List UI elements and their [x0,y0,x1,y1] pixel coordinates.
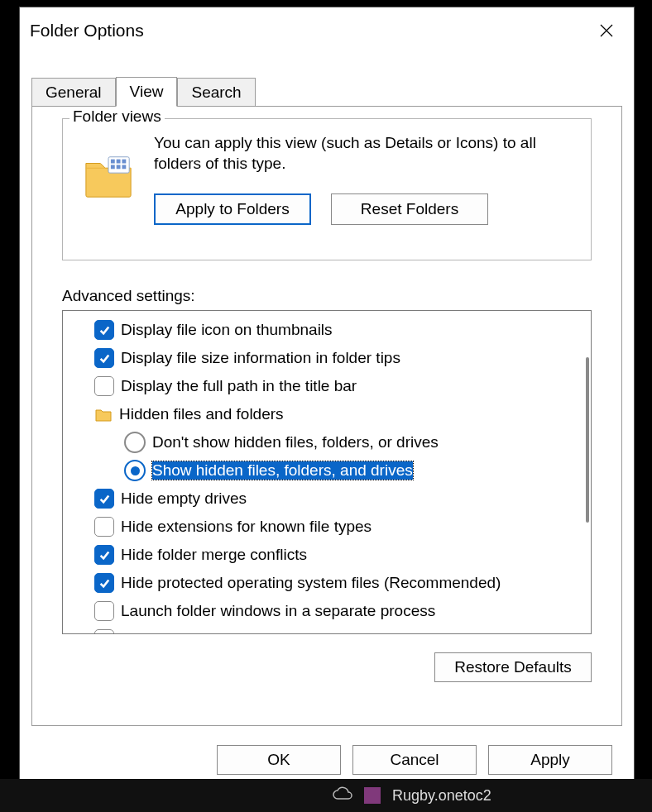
advanced-item-6[interactable]: Hide empty drives [94,485,587,513]
checkbox-icon[interactable] [94,348,114,368]
folder-views-group: Folder views You can apply this view (su… [62,118,592,260]
advanced-item-11[interactable]: Restore previous folder windows at logon [94,625,587,634]
cancel-button[interactable]: Cancel [352,745,477,775]
scrollbar[interactable] [578,314,589,630]
svg-rect-8 [122,165,126,169]
cloud-icon[interactable] [331,786,352,806]
advanced-item-4[interactable]: Don't show hidden files, folders, or dri… [124,428,587,456]
advanced-item-2[interactable]: Display the full path in the title bar [94,372,587,400]
ok-button[interactable]: OK [217,745,341,775]
folder-views-text: You can apply this view (such as Details… [154,132,576,174]
advanced-item-1[interactable]: Display file size information in folder … [94,344,587,372]
checkbox-icon[interactable] [94,376,114,396]
reset-folders-button[interactable]: Reset Folders [331,193,488,225]
advanced-item-label: Hidden files and folders [119,405,284,423]
taskbar: Rugby.onetoc2 [0,779,652,812]
scrollbar-thumb[interactable] [586,357,589,523]
svg-rect-7 [117,165,121,169]
apply-button[interactable]: Apply [488,745,612,775]
close-icon [599,23,614,38]
folder-options-dialog: Folder Options General View Search Folde… [19,7,635,786]
taskbar-filename: Rugby.onetoc2 [392,787,491,805]
advanced-item-label: Display file size information in folder … [121,349,400,367]
advanced-item-7[interactable]: Hide extensions for known file types [94,513,587,541]
checkbox-icon[interactable] [94,489,114,509]
checkbox-icon[interactable] [94,517,114,537]
advanced-item-label: Display file icon on thumbnails [121,321,333,339]
advanced-settings-list[interactable]: Display file icon on thumbnailsDisplay f… [62,310,592,634]
advanced-item-label: Display the full path in the title bar [121,377,357,395]
checkbox-icon[interactable] [94,545,114,565]
advanced-item-3[interactable]: Hidden files and folders [94,400,587,428]
advanced-item-label: Don't show hidden files, folders, or dri… [152,433,439,451]
folder-icon [83,150,134,202]
titlebar: Folder Options [20,7,634,49]
folder-views-legend: Folder views [70,107,165,126]
advanced-item-9[interactable]: Hide protected operating system files (R… [94,569,587,597]
folder-icon [94,406,113,423]
tabstrip: General View Search [31,74,622,106]
advanced-item-label: Hide empty drives [121,490,247,508]
tab-search[interactable]: Search [177,78,255,107]
advanced-item-label: Hide extensions for known file types [121,518,372,536]
advanced-item-label: Launch folder windows in a separate proc… [121,602,435,620]
checkbox-icon[interactable] [94,601,114,621]
advanced-item-label: Show hidden files, folders, and drives [152,461,413,480]
svg-rect-4 [117,160,121,164]
advanced-item-label: Hide protected operating system files (R… [121,574,501,592]
radio-icon[interactable] [124,432,146,453]
checkbox-icon[interactable] [94,320,114,340]
close-button[interactable] [587,16,626,45]
tab-general[interactable]: General [31,78,116,107]
advanced-item-5[interactable]: Show hidden files, folders, and drives [124,456,587,485]
restore-defaults-button[interactable]: Restore Defaults [434,652,592,682]
svg-rect-5 [122,160,126,164]
folder-views-buttons: Apply to Folders Reset Folders [154,193,576,225]
checkbox-icon[interactable] [94,573,114,593]
advanced-item-0[interactable]: Display file icon on thumbnails [94,316,587,344]
tab-panel-view: Folder views You can apply this view (su… [31,106,622,726]
checkbox-icon[interactable] [94,629,114,634]
tab-view[interactable]: View [116,77,178,107]
advanced-item-label: Restore previous folder windows at logon [121,630,408,634]
svg-rect-6 [111,165,115,169]
svg-rect-3 [111,160,115,164]
radio-icon[interactable] [124,460,146,481]
onenote-icon[interactable] [364,787,381,804]
advanced-item-8[interactable]: Hide folder merge conflicts [94,541,587,569]
dialog-buttons: OK Cancel Apply [20,745,634,775]
advanced-item-10[interactable]: Launch folder windows in a separate proc… [94,597,587,625]
advanced-item-label: Hide folder merge conflicts [121,546,307,564]
dialog-title: Folder Options [30,21,144,41]
advanced-settings-label: Advanced settings: [62,287,195,305]
apply-to-folders-button[interactable]: Apply to Folders [154,193,311,225]
